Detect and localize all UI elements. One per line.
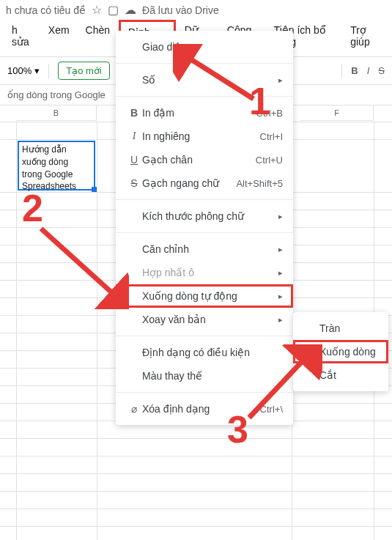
strike-icon: S	[126, 177, 142, 189]
clear-format-icon: ⌀	[126, 403, 142, 415]
shortcut: Ctrl+U	[256, 155, 283, 166]
svg-line-2	[249, 355, 308, 418]
svg-line-0	[184, 55, 254, 99]
cell-line3: trong Google	[22, 169, 91, 181]
divider	[116, 336, 293, 336]
menu-strike-label: Gạch ngang chữ	[142, 177, 236, 189]
menu-merge: Hợp nhất ô ▸	[116, 261, 293, 284]
arrow-2	[34, 221, 129, 309]
menu-fontsize-label: Kích thước phông chữ	[142, 210, 278, 222]
annotation-1: 1	[249, 79, 270, 123]
chevron-down-icon: ▾	[34, 65, 40, 76]
menu-italic-label: In nghiêng	[142, 130, 260, 142]
shortcut: Ctrl+I	[260, 131, 283, 142]
col-header-B[interactable]: B	[16, 106, 97, 121]
selected-cell[interactable]: Hướng dẫn xuống dòng trong Google Spread…	[18, 141, 95, 191]
chevron-right-icon: ▸	[278, 212, 283, 221]
submenu-overflow[interactable]: Tràn	[293, 317, 388, 340]
cloud-icon: ☁	[125, 3, 136, 17]
doc-title: h chưa có tiêu đề	[6, 4, 86, 16]
bold-icon[interactable]: B	[351, 65, 358, 76]
chevron-right-icon: ▸	[278, 292, 283, 301]
menu-fontsize[interactable]: Kích thước phông chữ ▸	[116, 204, 293, 228]
move-icon[interactable]: ▢	[108, 3, 119, 17]
cell-line1: Hướng dẫn	[22, 144, 91, 156]
italic-icon[interactable]: I	[367, 65, 370, 76]
arrow-3	[242, 344, 322, 425]
menu-strike[interactable]: S Gạch ngang chữ Alt+Shift+5	[116, 171, 293, 195]
col-header-F[interactable]: F	[300, 106, 374, 121]
menu-view[interactable]: Xem	[41, 20, 77, 56]
menu-underline[interactable]: U Gạch chân Ctrl+U	[116, 148, 293, 171]
svg-line-1	[41, 229, 118, 298]
submenu-overflow-label: Tràn	[319, 322, 340, 334]
divider	[116, 199, 293, 200]
divider	[116, 232, 293, 233]
menu-rotate[interactable]: Xoay văn bản ▸	[116, 308, 293, 331]
menu-insert[interactable]: Chèn	[78, 20, 117, 56]
submenu-wrap-label: Xuống dòng	[319, 346, 376, 358]
annotation-2: 2	[22, 186, 43, 230]
menu-rotate-label: Xoay văn bản	[142, 314, 278, 325]
fill-handle[interactable]	[92, 187, 97, 192]
menu-help[interactable]: Trợ giúp	[343, 20, 388, 56]
menu-align-label: Căn chỉnh	[142, 243, 278, 255]
cell-line2: xuống dòng	[22, 156, 91, 169]
menu-underline-label: Gạch chân	[142, 154, 256, 166]
chevron-right-icon: ▸	[278, 315, 283, 325]
divider	[341, 64, 342, 78]
menu-wrap-label: Xuống dòng tự động	[142, 290, 278, 302]
star-icon[interactable]: ☆	[92, 3, 102, 17]
save-status: Đã lưu vào Drive	[142, 4, 219, 16]
underline-icon: U	[126, 154, 142, 166]
menu-merge-label: Hợp nhất ô	[142, 267, 278, 278]
chevron-right-icon: ▸	[278, 245, 283, 254]
shortcut: Alt+Shift+5	[236, 178, 283, 189]
chevron-right-icon: ▸	[278, 268, 283, 278]
zoom-value: 100%	[7, 65, 32, 76]
chevron-right-icon: ▸	[278, 75, 283, 85]
menu-wrap[interactable]: Xuống dòng tự động ▸	[116, 284, 293, 308]
zoom-control[interactable]: 100% ▾	[7, 65, 40, 76]
italic-icon: I	[126, 130, 142, 142]
menu-italic[interactable]: I In nghiêng Ctrl+I	[116, 125, 293, 148]
strike-icon[interactable]: S	[378, 65, 385, 76]
bold-icon: B	[126, 107, 142, 119]
menu-edit[interactable]: h sửa	[4, 20, 40, 56]
create-new-button[interactable]: Tạo mới	[58, 62, 110, 80]
annotation-3: 3	[227, 407, 248, 451]
menu-align[interactable]: Căn chỉnh ▸	[116, 237, 293, 261]
divider	[48, 64, 49, 78]
